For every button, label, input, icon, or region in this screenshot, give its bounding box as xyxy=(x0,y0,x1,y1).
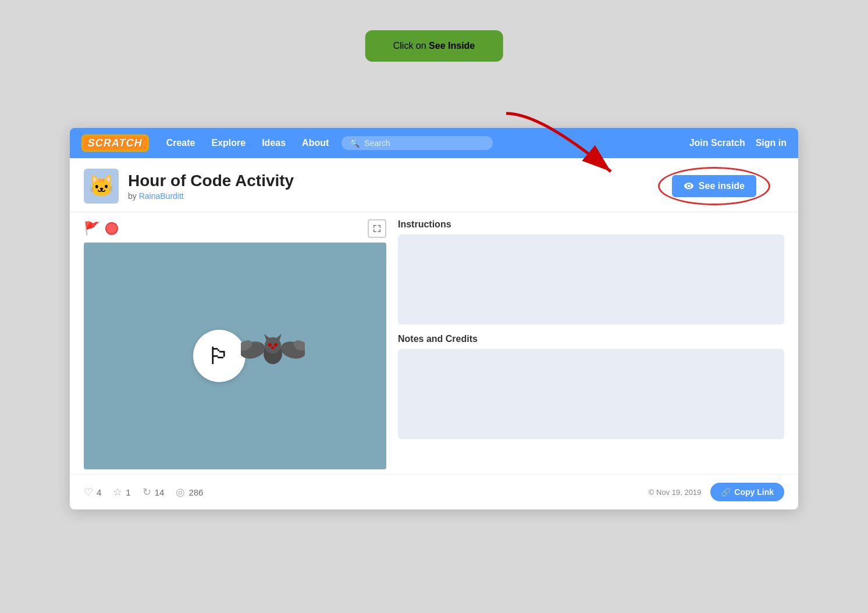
copy-link-label: Copy Link xyxy=(734,487,774,497)
notes-label: Notes and Credits xyxy=(398,334,784,344)
project-controls: 🚩 xyxy=(84,212,386,243)
svg-point-10 xyxy=(274,343,278,347)
avatar-cat-icon: 🐱 xyxy=(88,174,115,198)
star-icon: ☆ xyxy=(113,486,122,498)
green-flag-button[interactable]: 🚩 xyxy=(84,221,99,236)
see-inside-label: See inside xyxy=(699,181,745,191)
stat-views: ◎ 286 xyxy=(176,486,203,498)
remix-icon: ↻ xyxy=(143,486,151,498)
bat-sprite xyxy=(241,328,299,375)
search-area[interactable]: 🔍 Search xyxy=(341,136,493,150)
copy-link-button[interactable]: 🔗 Copy Link xyxy=(710,483,784,501)
author-prefix: by xyxy=(128,191,139,201)
search-icon: 🔍 xyxy=(350,138,360,148)
fullscreen-icon xyxy=(372,224,382,233)
see-inside-icon xyxy=(684,181,694,191)
instruction-banner: Click on See Inside xyxy=(365,30,503,62)
project-main: 🚩 🏳 xyxy=(70,212,798,469)
remixes-count: 14 xyxy=(155,487,165,497)
stat-stars: ☆ 1 xyxy=(113,486,130,498)
stars-count: 1 xyxy=(126,487,130,497)
stage-flag-button[interactable]: 🏳 xyxy=(193,330,246,382)
sign-in-button[interactable]: Sign in xyxy=(756,138,787,148)
views-count: 286 xyxy=(188,487,203,497)
stop-button[interactable] xyxy=(105,222,118,235)
nav-explore[interactable]: Explore xyxy=(211,138,246,148)
view-icon: ◎ xyxy=(176,486,185,498)
project-left: 🚩 🏳 xyxy=(84,212,386,469)
nav-about[interactable]: About xyxy=(302,138,329,148)
loves-count: 4 xyxy=(97,487,101,497)
author-link[interactable]: RainaBurditt xyxy=(139,191,184,201)
stage-area[interactable]: 🏳 xyxy=(84,243,386,469)
project-header: 🐱 Hour of Code Activity by RainaBurditt … xyxy=(70,158,798,212)
instructions-label: Instructions xyxy=(398,219,784,230)
stat-loves: ♡ 4 xyxy=(84,486,101,498)
scratch-logo[interactable]: SCRATCH xyxy=(81,137,149,149)
banner-text-normal: Click on xyxy=(393,41,429,51)
nav-ideas[interactable]: Ideas xyxy=(262,138,286,148)
project-avatar: 🐱 xyxy=(84,169,119,204)
scratch-logo-text: SCRATCH xyxy=(81,134,149,152)
scratch-navbar: SCRATCH Create Explore Ideas About 🔍 Sea… xyxy=(70,128,798,158)
heart-icon: ♡ xyxy=(84,486,93,498)
search-input[interactable]: Search xyxy=(364,138,390,148)
instructions-box xyxy=(398,234,784,325)
nav-create[interactable]: Create xyxy=(166,138,195,148)
fullscreen-button[interactable] xyxy=(368,219,386,238)
browser-card: SCRATCH Create Explore Ideas About 🔍 Sea… xyxy=(70,128,798,509)
see-inside-button[interactable]: See inside xyxy=(672,175,756,197)
link-icon: 🔗 xyxy=(721,487,731,497)
join-scratch-button[interactable]: Join Scratch xyxy=(689,138,745,148)
svg-point-11 xyxy=(271,347,275,349)
project-right: Instructions Notes and Credits xyxy=(398,212,784,469)
project-footer: ♡ 4 ☆ 1 ↻ 14 ◎ 286 © Nov 19, 2019 🔗 Copy… xyxy=(70,474,798,509)
stat-remixes: ↻ 14 xyxy=(143,486,165,498)
stage-flag-icon: 🏳 xyxy=(208,343,231,369)
svg-point-9 xyxy=(268,343,272,347)
arrow-annotation xyxy=(495,102,669,195)
project-date: © Nov 19, 2019 xyxy=(649,488,702,497)
notes-box xyxy=(398,349,784,439)
banner-text-bold: See Inside xyxy=(429,41,475,51)
